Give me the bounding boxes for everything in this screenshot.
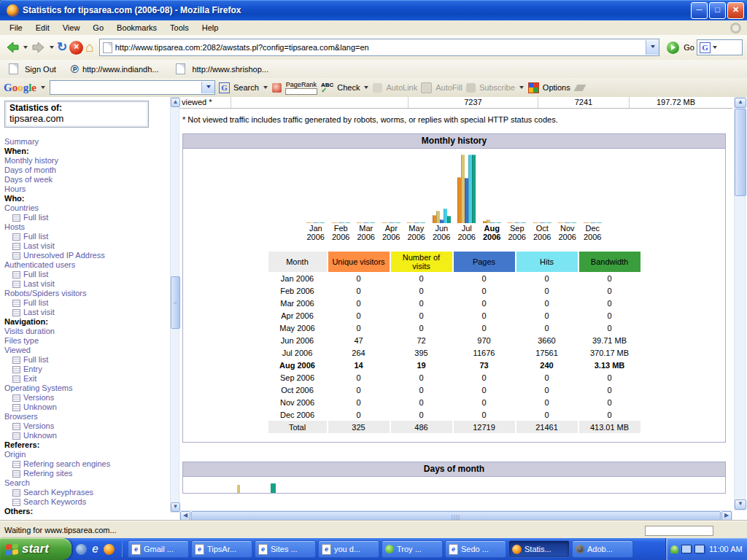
content-vscrollbar[interactable]: ▲ ▼ (734, 97, 746, 510)
forward-dropdown-icon[interactable] (50, 46, 54, 51)
reload-button[interactable]: ↻ (57, 40, 67, 55)
sidebar-item-viewed[interactable]: Viewed (4, 346, 170, 355)
menu-edit[interactable]: Edit (29, 23, 56, 32)
sidebar-item-unresolved-ip-address[interactable]: Unresolved IP Address (4, 251, 170, 260)
taskbar-task-adob[interactable]: Adob... (572, 540, 633, 558)
taskbar-task-gmail[interactable]: eGmail ... (128, 540, 189, 558)
sidebar-item-last-visit[interactable]: Last visit (4, 279, 170, 289)
sidebar-item-hosts[interactable]: Hosts (4, 222, 170, 232)
sidebar-item-full-list[interactable]: Full list (4, 232, 170, 241)
taskbar-task-you-d[interactable]: eyou d... (318, 540, 379, 558)
go-label[interactable]: Go (684, 43, 694, 52)
sidebar-item-exit[interactable]: Exit (4, 374, 170, 384)
close-button[interactable]: ✕ (727, 2, 744, 19)
google-logo-dropdown-icon[interactable] (41, 86, 45, 91)
url-dropdown-button[interactable] (646, 40, 659, 55)
sidebar-item-versions[interactable]: Versions (4, 393, 170, 402)
content-scroll-left-icon[interactable]: ◀ (180, 511, 190, 521)
back-button[interactable] (4, 40, 20, 55)
sidebar-item-hours[interactable]: Hours (4, 184, 170, 194)
sidebar-item-countries[interactable]: Countries (4, 203, 170, 213)
sitesearch-icon[interactable] (272, 83, 282, 93)
sidebar-item-files-type[interactable]: Files type (4, 336, 170, 346)
sidebar-item-full-list[interactable]: Full list (4, 298, 170, 308)
sidebar-item-search[interactable]: Search (4, 478, 170, 488)
tray-network-icon-2[interactable] (694, 545, 705, 553)
sidebar-item-full-list[interactable]: Full list (4, 355, 170, 365)
sidebar-scrollbar[interactable]: ▲ = ▼ (170, 97, 179, 513)
sidebar-item-unknown[interactable]: Unknown (4, 431, 170, 440)
highlighter-icon[interactable] (573, 85, 586, 91)
quicklaunch-ie-icon[interactable]: e (92, 542, 98, 556)
subscribe-button[interactable]: Subscribe (479, 83, 515, 92)
google-search-field[interactable] (50, 80, 215, 95)
menu-help[interactable]: Help (196, 23, 225, 32)
taskbar-task-sedo[interactable]: eSedo ... (445, 540, 506, 558)
search-dropdown-icon[interactable] (263, 86, 268, 91)
content-scroll-right-icon[interactable]: ▶ (721, 511, 732, 521)
taskbar-task-troy[interactable]: Troy ... (382, 540, 443, 558)
sidebar-item-authenticated-users[interactable]: Authenticated users (4, 260, 170, 270)
sidebar-item-last-visit[interactable]: Last visit (4, 241, 170, 251)
content-hscrollbar[interactable]: ◀ |||| ▶ (179, 510, 732, 521)
google-search-dropdown[interactable] (201, 82, 214, 93)
quick-search-box[interactable]: G (697, 39, 743, 55)
check-button[interactable]: Check (337, 83, 360, 92)
content-hscroll-thumb[interactable]: |||| (191, 511, 721, 521)
google-search-button[interactable]: Search (233, 83, 259, 92)
sidebar-item-entry[interactable]: Entry (4, 365, 170, 374)
sidebar-item-days-of-week[interactable]: Days of week (4, 175, 170, 184)
quick-search-dropdown-icon[interactable] (713, 46, 717, 51)
sidebar-item-last-visit[interactable]: Last visit (4, 308, 170, 317)
content-scroll-down-icon[interactable]: ▼ (735, 499, 746, 510)
sidebar-item-browsers[interactable]: Browsers (4, 412, 170, 421)
autolink-button[interactable]: AutoLink (386, 83, 417, 92)
menu-view[interactable]: View (56, 23, 87, 32)
url-text[interactable]: http://www.tipsarea.com:2082/awstats.pl?… (115, 43, 646, 52)
autofill-button[interactable]: AutoFill (436, 83, 462, 92)
sidebar-item-operating-systems[interactable]: Operating Systems (4, 384, 170, 393)
sidebar-item-days-of-month[interactable]: Days of month (4, 166, 170, 175)
taskbar-task-statis[interactable]: Statis... (508, 540, 570, 558)
bookmark-http-www-indiandh[interactable]: ℗http://www.indiandh... (71, 64, 159, 74)
start-button[interactable]: start (0, 538, 71, 560)
menu-go[interactable]: Go (86, 23, 110, 32)
menu-bookmarks[interactable]: Bookmarks (110, 23, 163, 32)
subscribe-dropdown-icon[interactable] (519, 86, 524, 91)
check-dropdown-icon[interactable] (364, 86, 368, 91)
tray-network-icon[interactable] (681, 545, 692, 553)
sidebar-item-visits-duration[interactable]: Visits duration (4, 327, 170, 336)
back-dropdown-icon[interactable] (23, 46, 28, 51)
tray-messenger-icon[interactable] (670, 545, 678, 553)
home-button[interactable]: ⌂ (85, 40, 93, 55)
google-search-input[interactable] (50, 82, 201, 93)
sidebar-item-summary[interactable]: Summary (4, 137, 170, 147)
menu-tools[interactable]: Tools (163, 23, 196, 32)
sidebar-item-monthly-history[interactable]: Monthly history (4, 156, 170, 166)
sidebar-item-search-keyphrases[interactable]: Search Keyphrases (4, 488, 170, 497)
sidebar-item-search-keywords[interactable]: Search Keywords (4, 497, 170, 507)
sidebar-item-versions[interactable]: Versions (4, 421, 170, 431)
go-icon[interactable] (667, 42, 679, 54)
sidebar-item-refering-search-engines[interactable]: Refering search engines (4, 459, 170, 469)
content-scroll-up-icon[interactable]: ▲ (735, 98, 746, 108)
options-button[interactable]: Options (543, 83, 570, 92)
taskbar-task-tipsar[interactable]: eTipsAr... (191, 540, 252, 558)
minimize-button[interactable]: ─ (691, 2, 708, 19)
forward-button[interactable] (31, 40, 47, 55)
sidebar-item-full-list[interactable]: Full list (4, 213, 170, 222)
sidebar-item-origin[interactable]: Origin (4, 450, 170, 459)
restore-button[interactable]: □ (709, 2, 726, 19)
bookmark-http-www-shrishop[interactable]: http://www.shrishop... (173, 63, 268, 74)
quicklaunch-browser-icon[interactable] (76, 544, 87, 555)
sidebar-item-refering-sites[interactable]: Refering sites (4, 469, 170, 478)
sidebar-item-unknown[interactable]: Unknown (4, 402, 170, 412)
content-vscroll-thumb[interactable] (735, 109, 746, 196)
sidebar-item-robots-spiders-visitors[interactable]: Robots/Spiders visitors (4, 289, 170, 298)
bookmark-sign-out[interactable]: Sign Out (6, 63, 56, 74)
quicklaunch-firefox-icon[interactable] (104, 544, 115, 555)
url-bar[interactable]: http://www.tipsarea.com:2082/awstats.pl?… (99, 39, 660, 56)
menu-file[interactable]: File (3, 23, 29, 32)
taskbar-task-sites[interactable]: eSites ... (255, 540, 316, 558)
stop-button[interactable]: × (69, 41, 83, 55)
